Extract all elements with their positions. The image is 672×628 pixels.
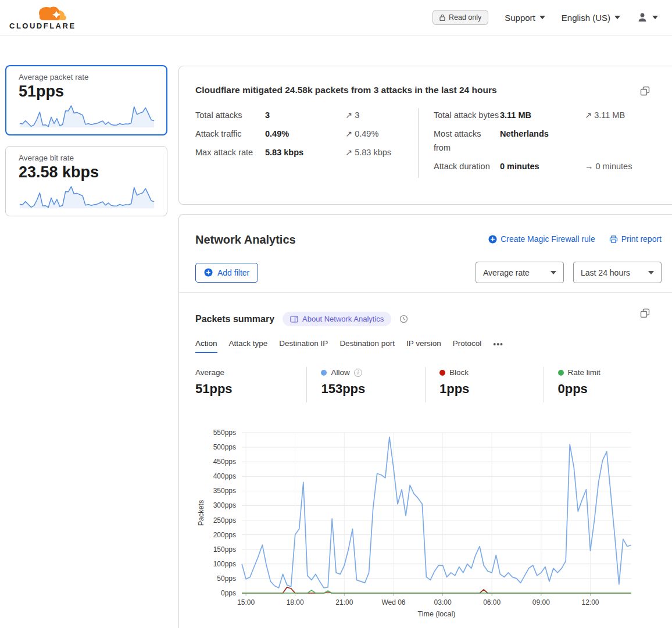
svg-text:100pps: 100pps [213, 560, 236, 568]
tab-destination-ip[interactable]: Destination IP [279, 339, 328, 353]
stat-label: Average [195, 368, 224, 377]
read-only-badge: Read only [432, 10, 488, 25]
bit-rate-sparkline [19, 183, 155, 210]
svg-text:200pps: 200pps [213, 531, 236, 539]
stat-value: 3 [265, 108, 345, 122]
printer-icon [609, 235, 618, 244]
stat-value: 153pps [321, 381, 425, 397]
cloudflare-logo[interactable]: CLOUDFLARE [9, 5, 76, 30]
svg-text:400pps: 400pps [213, 472, 236, 480]
top-header: CLOUDFLARE Read only Support English (US… [0, 0, 672, 35]
allow-series-dot [321, 370, 327, 376]
network-analytics-card: Network Analytics Create Magic Firewall … [178, 214, 672, 628]
create-magic-firewall-rule-link[interactable]: Create Magic Firewall rule [488, 234, 595, 244]
stat-rate-limit: Rate limit 0pps [544, 367, 662, 402]
stat-block: Block 1pps [425, 367, 544, 402]
stat-value: 0 minutes [500, 159, 585, 173]
time-history-icon[interactable] [399, 315, 408, 323]
stat-label: Total attacks [195, 108, 265, 122]
svg-text:15:00: 15:00 [237, 598, 255, 606]
svg-text:Packets: Packets [197, 500, 205, 526]
svg-text:250pps: 250pps [213, 516, 236, 524]
chevron-down-icon [652, 16, 658, 19]
tab-protocol[interactable]: Protocol [453, 339, 482, 353]
summary-stat-row: Total attack bytes 3.11 MB ↗ 3.11 MB [434, 108, 662, 122]
summary-left-column: Total attacks 3 ↗ 3 Attack traffic 0.49%… [195, 108, 418, 178]
attack-summary-title: Cloudflare mitigated 24.58k packets from… [195, 85, 662, 95]
time-range-select[interactable]: Last 24 hours [573, 262, 662, 283]
stat-value: 0pps [558, 381, 662, 397]
stat-allow: Allow i 153pps [306, 367, 425, 402]
metric-card-packet-rate[interactable]: Average packet rate 51pps [5, 65, 167, 135]
language-menu[interactable]: English (US) [562, 13, 620, 23]
stat-value: 5.83 kbps [265, 145, 345, 159]
rate-limit-series-dot [558, 370, 564, 376]
support-menu[interactable]: Support [505, 13, 545, 23]
stat-value: Netherlands [500, 127, 585, 141]
metric-select-value: Average rate [483, 268, 530, 277]
chevron-down-icon [614, 16, 620, 19]
stat-label: Attack duration [434, 159, 500, 173]
tab-attack-type[interactable]: Attack type [229, 339, 268, 353]
time-range-value: Last 24 hours [581, 268, 630, 277]
summary-stat-row: Total attacks 3 ↗ 3 [195, 108, 418, 122]
svg-text:21:00: 21:00 [335, 598, 353, 606]
stat-label: Allow [331, 368, 349, 377]
trend-up-icon: ↗ [585, 110, 592, 120]
dimension-tabs: Action Attack type Destination IP Destin… [195, 339, 662, 353]
tab-destination-port[interactable]: Destination port [339, 339, 395, 353]
stat-delta: ↗ 3.11 MB [585, 108, 662, 122]
svg-text:350pps: 350pps [213, 487, 236, 495]
packets-summary-title: Packets summary [195, 314, 274, 324]
svg-text:550pps: 550pps [213, 429, 236, 437]
stat-value: 0.49% [265, 127, 345, 141]
packets-time-series-chart: 0pps50pps100pps150pps200pps250pps300pps3… [195, 427, 662, 627]
stat-delta: ↗ 0.49% [345, 127, 418, 141]
summary-right-column: Total attack bytes 3.11 MB ↗ 3.11 MB Mos… [418, 108, 662, 178]
network-analytics-title: Network Analytics [195, 233, 296, 247]
svg-text:03:00: 03:00 [434, 598, 452, 606]
svg-text:50pps: 50pps [217, 575, 236, 583]
svg-text:12:00: 12:00 [581, 598, 599, 606]
user-icon [637, 12, 648, 23]
svg-text:Time (local): Time (local) [418, 610, 456, 618]
account-menu[interactable] [637, 12, 658, 23]
print-report-link[interactable]: Print report [609, 234, 662, 244]
stat-value: 3.11 MB [500, 108, 585, 122]
chevron-down-icon [539, 16, 545, 19]
summary-stat-row: Attack traffic 0.49% ↗ 0.49% [195, 127, 418, 141]
copy-icon[interactable] [640, 308, 650, 320]
copy-icon[interactable] [640, 86, 650, 98]
add-filter-button[interactable]: Add filter [195, 263, 258, 283]
language-label: English (US) [562, 13, 610, 23]
packets-summary-section: Packets summary About Network Analytics [179, 293, 672, 627]
support-label: Support [505, 13, 535, 23]
stat-value: 1pps [439, 381, 544, 397]
attack-summary-card: Cloudflare mitigated 24.58k packets from… [178, 66, 672, 205]
svg-text:150pps: 150pps [213, 545, 236, 554]
trend-up-icon: ↗ [345, 148, 352, 157]
metric-select[interactable]: Average rate [476, 262, 564, 283]
trend-up-icon: ↗ [345, 129, 352, 138]
metric-card-bit-rate[interactable]: Average bit rate 23.58 kbps [5, 146, 167, 216]
tab-action[interactable]: Action [195, 339, 217, 353]
arrow-right-icon: → [585, 162, 594, 171]
svg-text:06:00: 06:00 [483, 598, 501, 606]
stat-delta: ↗ 5.83 kbps [345, 145, 418, 159]
cloudflare-wordmark: CLOUDFLARE [9, 22, 76, 30]
chevron-down-icon [551, 271, 556, 274]
summary-stat-row: Attack duration 0 minutes → 0 minutes [434, 159, 662, 173]
svg-text:18:00: 18:00 [287, 598, 304, 606]
stat-label: Rate limit [568, 368, 600, 377]
about-network-analytics-badge[interactable]: About Network Analytics [283, 312, 391, 326]
more-tabs-button[interactable]: ••• [493, 340, 503, 353]
lock-icon [439, 14, 445, 21]
stat-label: Max attack rate [195, 145, 265, 159]
packet-rate-sparkline [19, 102, 155, 130]
info-icon[interactable]: i [354, 369, 362, 377]
stat-delta: → 0 minutes [585, 159, 662, 173]
tab-ip-version[interactable]: IP version [406, 339, 441, 353]
metric-label: Average packet rate [19, 73, 155, 81]
plus-circle-icon [204, 268, 213, 277]
svg-text:09:00: 09:00 [532, 598, 550, 606]
